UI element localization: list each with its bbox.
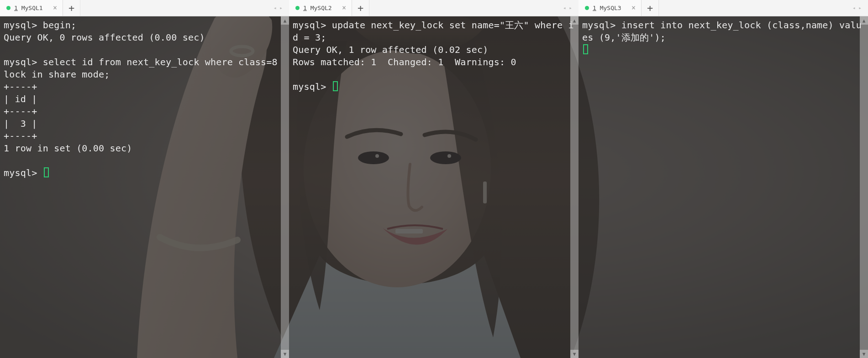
new-tab-button[interactable]: + (642, 0, 659, 16)
tab-mysql-1[interactable]: 1 MySQL1× (0, 0, 63, 16)
cursor-icon (583, 44, 588, 54)
terminal-output[interactable]: mysql> update next_key_lock set name="王六… (289, 16, 579, 96)
tab-title: 1 MySQL2 (303, 5, 332, 11)
scroll-up-icon[interactable]: ▲ (281, 16, 289, 25)
connection-status-icon (295, 6, 300, 10)
terminal-pane-1: 1 MySQL1×+◂ ▸mysql> begin; Query OK, 0 r… (0, 0, 289, 358)
vertical-scrollbar[interactable]: ▲▼ (570, 16, 579, 358)
tab-bar: 1 MySQL2×+◂ ▸ (289, 0, 579, 16)
terminal-overlay (579, 16, 868, 358)
scroll-up-icon[interactable]: ▲ (570, 16, 579, 25)
terminal-output[interactable]: mysql> begin; Query OK, 0 rows affected … (0, 16, 289, 182)
tab-title: 1 MySQL1 (14, 5, 43, 11)
scroll-down-icon[interactable]: ▼ (570, 350, 579, 358)
terminal-pane-2: 1 MySQL2×+◂ ▸mysql> update next_key_lock… (289, 0, 579, 358)
scrollbar-track[interactable] (281, 25, 289, 350)
terminal-body[interactable]: mysql> begin; Query OK, 0 rows affected … (0, 16, 289, 358)
close-icon[interactable]: × (53, 5, 57, 11)
tab-bar: 1 MySQL3×+◂ ▸ (579, 0, 868, 16)
connection-status-icon (585, 6, 589, 10)
terminal-output[interactable]: mysql> insert into next_key_lock (class,… (579, 16, 868, 59)
tab-mysql-2[interactable]: 1 MySQL2× (289, 0, 352, 16)
scroll-up-icon[interactable]: ▲ (860, 16, 868, 25)
tab-scroll-arrows[interactable]: ◂ ▸ (846, 0, 868, 16)
scrollbar-track[interactable] (570, 25, 579, 350)
scrollbar-track[interactable] (860, 25, 868, 350)
terminal-body[interactable]: mysql> insert into next_key_lock (class,… (579, 16, 868, 358)
tab-title: 1 MySQL3 (593, 5, 621, 11)
tab-mysql-3[interactable]: 1 MySQL3× (579, 0, 642, 16)
cursor-icon (44, 167, 49, 177)
tab-scroll-arrows[interactable]: ◂ ▸ (557, 0, 579, 16)
close-icon[interactable]: × (342, 5, 346, 11)
vertical-scrollbar[interactable]: ▲▼ (281, 16, 289, 358)
terminal-pane-3: 1 MySQL3×+◂ ▸mysql> insert into next_key… (579, 0, 868, 358)
scroll-down-icon[interactable]: ▼ (281, 350, 289, 358)
scroll-down-icon[interactable]: ▼ (860, 350, 868, 358)
connection-status-icon (6, 6, 11, 10)
new-tab-button[interactable]: + (352, 0, 369, 16)
tab-scroll-arrows[interactable]: ◂ ▸ (267, 0, 289, 16)
tab-bar: 1 MySQL1×+◂ ▸ (0, 0, 289, 16)
close-icon[interactable]: × (631, 5, 636, 11)
terminal-body[interactable]: mysql> update next_key_lock set name="王六… (289, 16, 579, 358)
cursor-icon (333, 81, 338, 91)
new-tab-button[interactable]: + (63, 0, 80, 16)
vertical-scrollbar[interactable]: ▲▼ (860, 16, 868, 358)
